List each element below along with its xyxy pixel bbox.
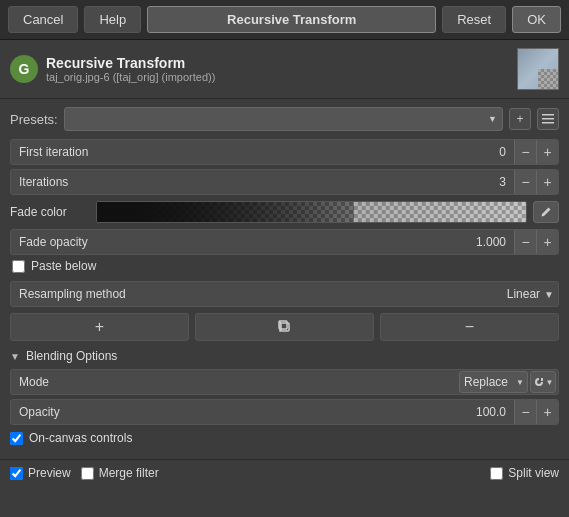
ok-button[interactable]: OK (512, 6, 561, 33)
plugin-title-area: Recursive Transform taj_orig.jpg-6 ([taj… (46, 55, 509, 83)
remove-button[interactable]: − (380, 313, 559, 341)
on-canvas-label[interactable]: On-canvas controls (29, 431, 132, 445)
opacity-decrement[interactable]: − (514, 399, 536, 425)
mode-label: Mode (11, 375, 459, 389)
fade-opacity-label: Fade opacity (11, 235, 468, 249)
merge-filter-label[interactable]: Merge filter (99, 466, 159, 480)
svg-rect-2 (542, 122, 554, 124)
fade-opacity-decrement[interactable]: − (514, 229, 536, 255)
fade-opacity-value: 1.000 (468, 235, 514, 249)
split-view-checkbox[interactable] (490, 467, 503, 480)
opacity-increment[interactable]: + (536, 399, 558, 425)
svg-rect-1 (542, 118, 554, 120)
blending-section-arrow: ▼ (10, 351, 20, 362)
resampling-row: Resampling method Linear ▼ (10, 281, 559, 307)
merge-filter-checkbox[interactable] (81, 467, 94, 480)
iterations-increment[interactable]: + (536, 169, 558, 195)
preview-label[interactable]: Preview (28, 466, 71, 480)
opacity-value: 100.0 (468, 405, 514, 419)
first-iteration-increment[interactable]: + (536, 139, 558, 165)
iterations-row: Iterations 3 − + (10, 169, 559, 195)
resampling-value: Linear (507, 287, 544, 301)
mode-reset-button[interactable]: ▼ (530, 371, 556, 393)
fade-color-edit-button[interactable] (533, 201, 559, 223)
opacity-label: Opacity (11, 405, 468, 419)
paste-below-row: Paste below (10, 259, 559, 273)
mode-row: Mode Replace Normal Multiply Screen ▼ (10, 369, 559, 395)
duplicate-button[interactable] (195, 313, 374, 341)
mode-select-wrap: Replace Normal Multiply Screen ▼ (459, 371, 558, 393)
fade-color-label: Fade color (10, 205, 90, 219)
preview-thumbnail (517, 48, 559, 90)
plugin-name: Recursive Transform (46, 55, 509, 71)
plugin-header: G Recursive Transform taj_orig.jpg-6 ([t… (0, 40, 569, 99)
opacity-row: Opacity 100.0 − + (10, 399, 559, 425)
resampling-label: Resampling method (11, 287, 507, 301)
iterations-value: 3 (484, 175, 514, 189)
first-iteration-value: 0 (484, 145, 514, 159)
svg-rect-0 (542, 114, 554, 116)
content-area: Presets: ▼ + First iteration 0 − + Itera… (0, 99, 569, 459)
first-iteration-row: First iteration 0 − + (10, 139, 559, 165)
presets-row: Presets: ▼ + (10, 107, 559, 131)
presets-add-button[interactable]: + (509, 108, 531, 130)
footer: Preview Merge filter Split view (0, 459, 569, 486)
iterations-decrement[interactable]: − (514, 169, 536, 195)
blending-section-title: Blending Options (26, 349, 117, 363)
plugin-icon: G (10, 55, 38, 83)
blending-section-header[interactable]: ▼ Blending Options (10, 349, 559, 363)
first-iteration-label: First iteration (11, 145, 484, 159)
svg-rect-3 (281, 323, 289, 331)
add-layer-button[interactable]: + (10, 313, 189, 341)
presets-menu-button[interactable] (537, 108, 559, 130)
help-button[interactable]: Help (84, 6, 141, 33)
split-view-label[interactable]: Split view (508, 466, 559, 480)
paste-below-label[interactable]: Paste below (31, 259, 96, 273)
first-iteration-decrement[interactable]: − (514, 139, 536, 165)
cancel-button[interactable]: Cancel (8, 6, 78, 33)
split-view-check-group: Split view (490, 466, 559, 480)
svg-marker-5 (541, 378, 543, 381)
plugin-file-info: taj_orig.jpg-6 ([taj_orig] (imported)) (46, 71, 509, 83)
mode-dropdown-small-arrow: ▼ (546, 378, 554, 387)
resampling-dropdown-arrow: ▼ (544, 289, 554, 300)
resampling-select-wrap: Linear ▼ (507, 287, 558, 301)
fade-color-swatch[interactable] (96, 201, 527, 223)
presets-select[interactable] (64, 107, 503, 131)
on-canvas-checkbox[interactable] (10, 432, 23, 445)
on-canvas-row: On-canvas controls (10, 431, 559, 445)
paste-below-checkbox[interactable] (12, 260, 25, 273)
fade-opacity-row: Fade opacity 1.000 − + (10, 229, 559, 255)
iterations-label: Iterations (11, 175, 484, 189)
mode-select[interactable]: Replace Normal Multiply Screen (459, 371, 528, 393)
preview-check-group: Preview (10, 466, 71, 480)
merge-filter-check-group: Merge filter (81, 466, 159, 480)
fade-color-row: Fade color (10, 199, 559, 225)
mode-dropdown[interactable]: Replace Normal Multiply Screen (459, 371, 528, 393)
preview-checkbox[interactable] (10, 467, 23, 480)
reset-button[interactable]: Reset (442, 6, 506, 33)
action-buttons-row: + − (10, 313, 559, 341)
toolbar: Cancel Help Recursive Transform Reset OK (0, 0, 569, 40)
fade-opacity-increment[interactable]: + (536, 229, 558, 255)
presets-label: Presets: (10, 112, 58, 127)
title-button: Recursive Transform (147, 6, 436, 33)
